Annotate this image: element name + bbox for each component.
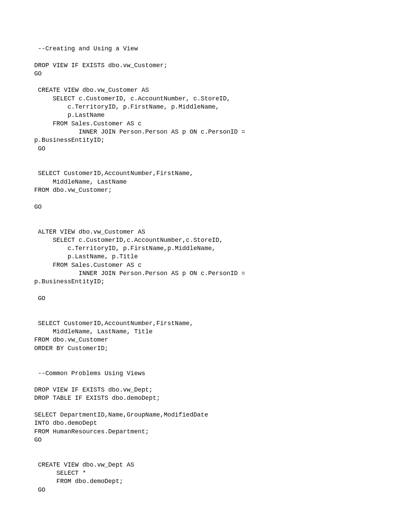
code-document: --Creating and Using a View DROP VIEW IF… [0, 0, 411, 532]
code-block: --Creating and Using a View DROP VIEW IF… [34, 45, 245, 493]
